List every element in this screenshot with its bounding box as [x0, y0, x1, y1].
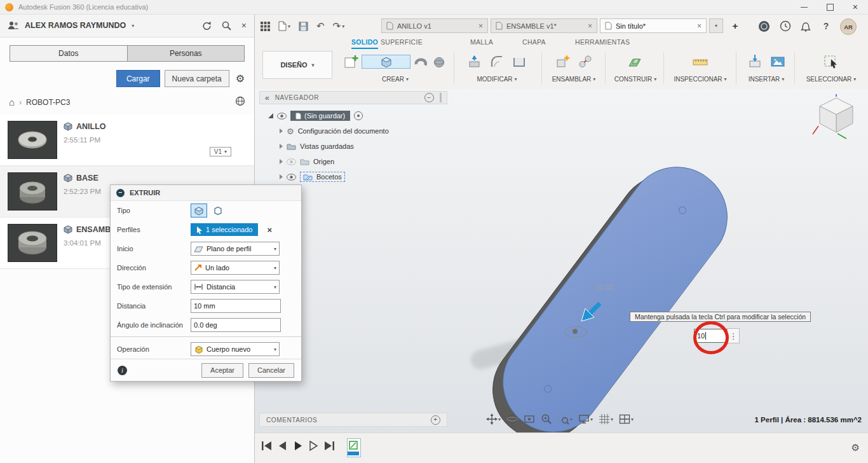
grid-snaps-icon[interactable]: ▾	[597, 412, 615, 426]
more-options-icon[interactable]: ⋮	[727, 328, 740, 343]
press-pull-icon[interactable]	[465, 51, 485, 73]
group-label-modificar[interactable]: MODIFICAR▾	[459, 76, 535, 83]
new-tab-button[interactable]: +	[728, 18, 742, 33]
go-to-end-icon[interactable]	[323, 440, 336, 452]
collapsed-triangle-icon[interactable]	[280, 128, 283, 134]
go-to-start-icon[interactable]	[261, 440, 273, 452]
list-item-anillo[interactable]: ANILLO 2:55:11 PM V1 ▾	[0, 114, 254, 166]
save-icon[interactable]	[299, 22, 308, 31]
bocetos-highlight[interactable]: Bocetos	[300, 172, 345, 182]
group-label-inspeccionar[interactable]: INSPECCIONAR▾	[668, 76, 732, 83]
ribbon-tab-malla[interactable]: MALLA	[470, 38, 493, 48]
maximize-icon[interactable]	[827, 4, 834, 11]
start-select[interactable]: Plano de perfil ▾	[191, 242, 280, 256]
group-label-seleccionar[interactable]: SELECCIONAR▾	[799, 76, 863, 83]
construction-plane-icon[interactable]	[625, 51, 646, 73]
visibility-off-eye-icon[interactable]	[287, 158, 296, 165]
job-status-clock-icon[interactable]	[779, 20, 792, 32]
measure-icon[interactable]	[690, 51, 710, 73]
extrude-drag-arrow[interactable]	[580, 300, 602, 323]
distance-field[interactable]	[191, 299, 281, 313]
pan-icon[interactable]: ▾	[484, 412, 503, 426]
search-icon[interactable]	[222, 21, 231, 31]
close-panel-icon[interactable]: ×	[241, 20, 247, 31]
extruded-body[interactable]	[483, 147, 747, 433]
tree-row-origen[interactable]: Origen	[280, 155, 334, 168]
collapsed-triangle-icon[interactable]	[280, 159, 283, 164]
shell-icon[interactable]	[509, 51, 529, 73]
ribbon-tab-solido[interactable]: SOLIDO	[351, 38, 378, 49]
timeline-options-gear-icon[interactable]: ⚙	[851, 442, 860, 453]
fillet-icon[interactable]	[487, 51, 507, 73]
refresh-icon[interactable]	[202, 21, 212, 31]
panel-drag-handle[interactable]	[440, 93, 442, 102]
manipulator-origin-dot[interactable]	[573, 329, 578, 334]
expand-triangle-icon[interactable]	[268, 113, 273, 118]
panel-settings-gear-icon[interactable]: ⚙	[236, 73, 245, 85]
collapsed-triangle-icon[interactable]	[280, 144, 283, 149]
viewport-canvas[interactable]: 10.00 Mantenga pulsada la tecla Ctrl par…	[254, 89, 868, 433]
doc-tab-sin-titulo[interactable]: Sin título* ×	[600, 18, 707, 33]
comments-bar[interactable]: COMENTARIOS +	[259, 413, 447, 427]
info-icon[interactable]: i	[118, 366, 127, 375]
group-label-crear[interactable]: CREAR▾	[343, 76, 447, 83]
help-icon[interactable]: ?	[820, 20, 832, 32]
expand-comments-icon[interactable]: +	[431, 415, 440, 425]
zoom-window-icon[interactable]: ▾	[556, 412, 574, 426]
view-cube[interactable]	[811, 94, 862, 142]
group-label-ensamblar[interactable]: ENSAMBLAR▾	[548, 76, 600, 83]
ribbon-tab-herramientas[interactable]: HERRAMIENTAS	[575, 38, 630, 48]
navigator-header[interactable]: « NAVEGADOR −	[259, 91, 447, 104]
extrude-icon[interactable]	[362, 55, 410, 69]
home-icon[interactable]: ⌂	[9, 97, 15, 107]
new-folder-button[interactable]: Nueva carpeta	[165, 70, 229, 87]
activate-component-radio[interactable]	[354, 111, 363, 120]
dialog-collapse-icon[interactable]: −	[116, 189, 125, 197]
globe-icon[interactable]	[235, 96, 245, 106]
viewports-icon[interactable]: ▾	[617, 412, 635, 426]
select-icon[interactable]	[821, 51, 841, 73]
insert-mesh-icon[interactable]	[745, 51, 766, 73]
direction-select[interactable]: Un lado ▾	[191, 261, 280, 275]
ribbon-tab-chapa[interactable]: CHAPA	[522, 38, 546, 48]
redo-icon[interactable]: ↷ ▾	[333, 20, 345, 32]
version-chip[interactable]: V1 ▾	[210, 147, 231, 156]
extent-type-select[interactable]: Distancia ▾	[191, 280, 280, 294]
tree-row-bocetos[interactable]: Bocetos	[280, 170, 345, 183]
close-window-icon[interactable]: ×	[853, 4, 858, 10]
collapsed-triangle-icon[interactable]	[280, 174, 283, 179]
minimize-icon[interactable]	[801, 7, 808, 8]
team-dropdown-icon[interactable]: ▾	[132, 23, 134, 29]
insert-canvas-image-icon[interactable]	[768, 51, 788, 73]
file-menu-icon[interactable]: ▾	[278, 21, 290, 31]
clear-selection-icon[interactable]: ×	[267, 225, 272, 235]
team-name[interactable]: ALEX RAMOS RAYMUNDO	[25, 21, 126, 30]
extensions-icon[interactable]	[757, 20, 770, 32]
group-label-construir[interactable]: CONSTRUIR▾	[611, 76, 660, 83]
revolve-icon[interactable]	[412, 51, 429, 73]
new-component-icon[interactable]	[553, 51, 573, 73]
look-at-icon[interactable]	[522, 412, 537, 426]
breadcrumb-project[interactable]: ROBOT-PC3	[26, 98, 70, 107]
tree-row-doc-settings[interactable]: ⚙ Configuración del documento	[280, 125, 389, 137]
close-tab-icon[interactable]: ×	[697, 22, 702, 31]
tab-personas[interactable]: Personas	[127, 46, 245, 61]
document-root-chip[interactable]: (Sin guardar)	[290, 111, 350, 121]
visibility-eye-icon[interactable]	[277, 113, 287, 120]
create-sketch-icon[interactable]	[343, 51, 360, 73]
app-grid-icon[interactable]	[261, 22, 270, 31]
step-back-icon[interactable]	[277, 440, 288, 452]
undo-icon[interactable]: ↶	[316, 20, 325, 32]
upload-button[interactable]: Cargar	[116, 70, 160, 87]
display-settings-icon[interactable]: ▾	[576, 412, 595, 426]
doc-tab-anillo[interactable]: ANILLO v1 ×	[381, 18, 488, 33]
tree-row-named-views[interactable]: Vistas guardadas	[280, 140, 354, 153]
joint-icon[interactable]	[575, 51, 595, 73]
accept-button[interactable]: Aceptar	[201, 363, 243, 378]
step-forward-icon[interactable]	[308, 440, 319, 452]
tree-root-row[interactable]: (Sin guardar)	[268, 109, 363, 122]
workspace-selector[interactable]: DISEÑO ▾	[262, 51, 332, 79]
form-sphere-icon[interactable]	[431, 51, 447, 73]
close-tab-icon[interactable]: ×	[478, 22, 483, 31]
tab-list-dropdown[interactable]: ▾	[709, 18, 723, 33]
